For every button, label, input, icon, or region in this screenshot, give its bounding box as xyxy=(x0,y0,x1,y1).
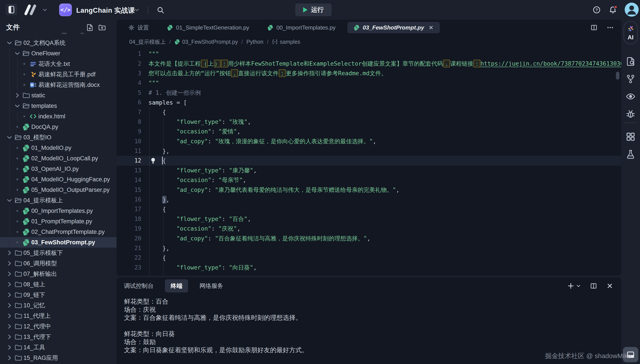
code-text: { xyxy=(141,109,166,116)
debug-bug-icon[interactable] xyxy=(625,109,635,119)
chevron-right-icon xyxy=(6,323,13,330)
tree-item[interactable]: 03_模型IO xyxy=(0,132,117,142)
sidebar-toggle-button[interactable] xyxy=(6,4,17,15)
breadcrumb-item[interactable]: 04_提示模板上 xyxy=(129,38,166,46)
folder-icon xyxy=(15,134,22,141)
project-chevron-down-icon[interactable] xyxy=(134,7,140,13)
project-code-badge-icon[interactable]: </> xyxy=(59,4,72,16)
tree-item[interactable]: 05_提示模板下 xyxy=(0,248,117,258)
panel-tab-终端[interactable]: 终端 xyxy=(165,279,188,292)
extensions-grid-icon[interactable] xyxy=(625,132,635,142)
tab-01_SimpleTextGeneration.py[interactable]: 01_SimpleTextGeneration.py xyxy=(161,22,255,33)
code-line[interactable]: 1""" xyxy=(117,49,621,58)
code-line[interactable]: 10 "ad_copy": "玫瑰，浪漫的象征，是你向心爱的人表达爱意的最佳选择… xyxy=(117,136,621,146)
breadcrumb-item[interactable]: Python xyxy=(246,39,264,45)
tree-item[interactable]: 13_代理下 xyxy=(0,332,117,342)
tree-item[interactable]: templates xyxy=(0,100,117,111)
tab-03_FewShotPrompt.py[interactable]: 03_FewShotPrompt.py xyxy=(347,22,440,33)
code-line[interactable]: 15 "ad_copy": "康乃馨代表着母爱的纯洁与伟大，是母亲节赠送给母亲的… xyxy=(117,185,621,194)
code-line[interactable]: 4""" xyxy=(117,78,621,88)
lab-flask-icon[interactable] xyxy=(625,149,635,159)
logo-chevron-down-icon[interactable] xyxy=(42,7,48,13)
tree-item[interactable]: 07_解析输出 xyxy=(0,268,117,279)
tree-item[interactable]: 10_记忆 xyxy=(0,300,117,310)
code-line[interactable]: 11 }, xyxy=(117,146,621,156)
code-line[interactable]: 23 "flower_type": "向日葵", xyxy=(117,263,621,272)
code-line[interactable]: 16 }, xyxy=(117,195,621,204)
tree-item[interactable]: 02_ModelIO_LoopCall.py xyxy=(0,153,117,164)
code-line[interactable]: 2本文件是【提示工程（上）：用少样本FewShotTemplate和Exampl… xyxy=(117,58,621,68)
tree-item[interactable]: 03_OpenAI_IO.py xyxy=(0,164,117,174)
tree-item[interactable]: DocQA.py xyxy=(0,122,117,132)
code-editor[interactable]: 1"""2本文件是【提示工程（上）：用少样本FewShotTemplate和Ex… xyxy=(117,49,621,276)
tree-item-selected[interactable]: 03_FewShotPrompt.py xyxy=(0,237,117,248)
tree-item[interactable]: 11_代理上 xyxy=(0,310,117,321)
tree-item[interactable]: 06_调用模型 xyxy=(0,258,117,268)
tab-00_ImportTemplates.py[interactable]: 00_ImportTemplates.py xyxy=(261,22,342,33)
split-editor-icon[interactable] xyxy=(590,24,597,31)
chevron-down-icon xyxy=(6,40,13,46)
source-control-icon[interactable] xyxy=(625,74,635,84)
avatar[interactable] xyxy=(625,2,639,16)
tree-item[interactable]: OneFlower xyxy=(0,48,117,58)
run-button[interactable]: 运行 xyxy=(295,4,332,16)
preview-eye-icon[interactable] xyxy=(625,92,635,102)
tree-item[interactable]: 09_链下 xyxy=(0,290,117,300)
code-line[interactable]: 17 { xyxy=(117,204,621,214)
tree-item[interactable]: 01_ModelIO.py xyxy=(0,142,117,153)
tree-item[interactable]: 01_PromptTemplate.py xyxy=(0,216,117,226)
panel-tab-调试控制台[interactable]: 调试控制台 xyxy=(124,282,153,290)
code-line[interactable]: 13 "flower_type": "康乃馨", xyxy=(117,166,621,175)
tree-item[interactable]: 02_文档QA系统 xyxy=(0,38,117,48)
breadcrumb-item[interactable]: samples xyxy=(272,39,300,45)
tab-bar-actions xyxy=(590,20,614,36)
breadcrumb-item[interactable]: 03_FewShotPrompt.py xyxy=(174,39,238,45)
code-line[interactable]: 14 "occasion": "母亲节", xyxy=(117,175,621,185)
folder-icon xyxy=(15,344,22,351)
lightbulb-icon[interactable] xyxy=(150,157,156,164)
code-line-current[interactable]: 12 { xyxy=(117,156,621,166)
code-line[interactable]: 21 }, xyxy=(117,243,621,253)
code-line[interactable]: 20 "ad_copy": "百合象征着纯洁与高雅，是你庆祝特殊时刻的理想选择。… xyxy=(117,234,621,243)
code-line[interactable]: 5# 1. 创建一些示例 xyxy=(117,88,621,98)
code-line[interactable]: 7 { xyxy=(117,107,621,117)
code-line[interactable]: 3您可以点击最上方的“运行”按钮，直接运行该文件；更多操作指引请参考Readme… xyxy=(117,68,621,78)
tree-item[interactable]: 00_ImportTemplates.py xyxy=(0,206,117,216)
help-icon[interactable]: ? xyxy=(593,6,600,14)
new-terminal-button[interactable] xyxy=(567,282,581,290)
tree-item[interactable]: 04_ModelIO_HuggingFace.py xyxy=(0,174,117,184)
close-panel-icon[interactable] xyxy=(606,282,613,290)
split-panel-icon[interactable] xyxy=(590,282,597,290)
code-line[interactable]: 9 "occasion": "爱情", xyxy=(117,127,621,136)
tree-item[interactable]: 15_RAG应用 xyxy=(0,352,117,363)
tree-item[interactable]: 02_ChatPromptTemplate.py xyxy=(0,226,117,237)
tree-item[interactable]: 05_ModelIO_OutputParser.py xyxy=(0,184,117,195)
svg-text:?: ? xyxy=(595,8,598,12)
ai-assistant-button[interactable]: AI xyxy=(623,21,637,44)
new-folder-icon[interactable] xyxy=(98,24,106,32)
tab-设置[interactable]: 设置 xyxy=(122,22,155,33)
file-dot-icon xyxy=(14,208,21,214)
project-name[interactable]: LangChain 实战课 xyxy=(76,6,135,15)
file-search-icon[interactable] xyxy=(625,56,635,66)
folder-icon xyxy=(22,92,30,99)
new-file-icon[interactable] xyxy=(86,24,94,32)
tree-item[interactable]: 14_工具 xyxy=(0,342,117,352)
file-dot-icon xyxy=(14,239,21,246)
tree-item[interactable]: 12_代理中 xyxy=(0,321,117,332)
code-line[interactable]: 18 "flower_type": "百合", xyxy=(117,214,621,224)
chevron-down-icon xyxy=(6,197,13,204)
more-actions-icon[interactable] xyxy=(607,24,614,31)
tree-item[interactable]: static xyxy=(0,90,117,100)
code-line[interactable]: 6samples = [ xyxy=(117,98,621,107)
code-line[interactable]: 22 { xyxy=(117,253,621,262)
tree-item[interactable]: 04_提示模板上 xyxy=(0,195,117,206)
code-line[interactable]: 8 "flower_type": "玫瑰", xyxy=(117,117,621,127)
code-line[interactable]: 19 "occasion": "庆祝", xyxy=(117,224,621,234)
logo-m-icon[interactable] xyxy=(22,4,39,16)
panel-tab-网络服务[interactable]: 网络服务 xyxy=(199,282,223,290)
tree-item[interactable]: 08_链上 xyxy=(0,279,117,290)
terminal-output[interactable]: 鲜花类型：百合 场合：庆祝 文案：百合象征着纯洁与高雅，是你庆祝特殊时刻的理想选… xyxy=(117,294,621,354)
close-tab-icon[interactable] xyxy=(429,25,434,30)
search-icon[interactable] xyxy=(157,6,164,14)
